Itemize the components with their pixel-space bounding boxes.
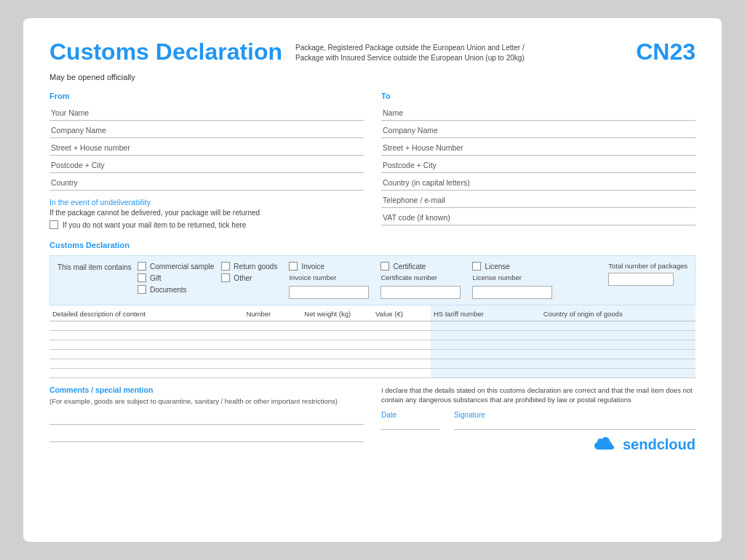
weight-cell-4[interactable] <box>301 350 372 359</box>
table-row <box>49 331 696 340</box>
return-goods-label: Return goods <box>234 263 277 271</box>
customs-section: Customs Declaration This mail item conta… <box>49 241 696 378</box>
other-checkbox-row: Other <box>221 273 277 282</box>
gift-checkbox-row: Gift <box>138 273 214 282</box>
col-description: Detailed description of content <box>49 305 243 321</box>
value-cell-4[interactable] <box>372 350 431 359</box>
num-cell-1[interactable] <box>243 321 301 331</box>
comments-line-1[interactable] <box>49 412 364 425</box>
certificate-number-input[interactable] <box>381 286 461 299</box>
from-company-field[interactable]: Company Name <box>49 122 364 138</box>
table-row <box>49 369 696 378</box>
to-postcode-field[interactable]: Postcode + City <box>381 157 696 173</box>
certificate-label: Certificate <box>393 263 426 271</box>
total-packages-input[interactable] <box>608 273 674 286</box>
comments-subtitle: (For example, goods are subject to quara… <box>49 396 364 406</box>
from-country-field[interactable]: Country <box>49 175 364 191</box>
header-left: Customs Declaration Package, Registered … <box>49 39 636 65</box>
gift-checkbox[interactable] <box>138 273 146 282</box>
sendcloud-brand-name: sendcloud <box>623 436 696 453</box>
weight-cell-1[interactable] <box>301 321 372 331</box>
weight-cell-6[interactable] <box>301 369 372 378</box>
undeliverability-text: If the package cannot be delivered, your… <box>49 209 364 217</box>
commercial-sample-checkbox[interactable] <box>138 262 146 271</box>
from-name-field[interactable]: Your Name <box>49 105 364 121</box>
value-cell-5[interactable] <box>372 359 431 369</box>
other-checkbox[interactable] <box>221 273 230 282</box>
value-cell-3[interactable] <box>372 340 431 350</box>
invoice-number-label: Invoice number <box>289 273 369 281</box>
other-label: Other <box>234 274 252 282</box>
may-be-opened-label: May be opened officially <box>49 73 696 81</box>
comments-line-2[interactable] <box>49 429 364 442</box>
to-street-field[interactable]: Street + House Number <box>381 140 696 156</box>
to-country-field[interactable]: Country (in capital letters) <box>381 175 696 191</box>
invoice-checkbox[interactable] <box>289 262 298 271</box>
commercial-sample-checkbox-row: Commercial sample <box>138 262 214 271</box>
origin-cell-1[interactable] <box>541 321 696 331</box>
num-cell-5[interactable] <box>243 359 301 369</box>
desc-cell-1[interactable] <box>49 321 243 331</box>
value-cell-6[interactable] <box>372 369 431 378</box>
num-cell-6[interactable] <box>243 369 301 378</box>
undeliverability-checkbox-row: If you do not want your mail item to be … <box>49 220 364 229</box>
origin-cell-4[interactable] <box>541 350 696 359</box>
weight-cell-3[interactable] <box>301 340 372 350</box>
date-label: Date <box>381 411 439 419</box>
value-cell-1[interactable] <box>372 321 431 331</box>
return-goods-checkbox-row: Return goods <box>221 262 277 271</box>
desc-cell-4[interactable] <box>49 350 243 359</box>
origin-cell-5[interactable] <box>541 359 696 369</box>
signature-line[interactable] <box>454 429 696 430</box>
hs-cell-2[interactable] <box>431 331 541 340</box>
license-number-input[interactable] <box>472 286 552 299</box>
num-cell-3[interactable] <box>243 340 301 350</box>
documents-checkbox[interactable] <box>138 285 146 294</box>
hs-cell-1[interactable] <box>431 321 541 331</box>
undeliverability-checkbox[interactable] <box>49 220 58 229</box>
to-company-field[interactable]: Company Name <box>381 122 696 138</box>
weight-cell-2[interactable] <box>301 331 372 340</box>
cn-badge: CN23 <box>636 39 696 65</box>
origin-cell-2[interactable] <box>541 331 696 340</box>
hs-cell-6[interactable] <box>431 369 541 378</box>
undeliverability-checkbox-label: If you do not want your mail item to be … <box>63 221 246 229</box>
desc-cell-6[interactable] <box>49 369 243 378</box>
header: Customs Declaration Package, Registered … <box>49 39 696 65</box>
to-telephone-field[interactable]: Telephone / e-mail <box>381 192 696 208</box>
invoice-number-input[interactable] <box>289 286 369 299</box>
desc-cell-2[interactable] <box>49 331 243 340</box>
date-sig-row: Date Signature <box>381 411 696 430</box>
certificate-checkbox[interactable] <box>381 262 389 271</box>
weight-cell-5[interactable] <box>301 359 372 369</box>
from-postcode-field[interactable]: Postcode + City <box>49 157 364 173</box>
invoice-checkbox-row: Invoice <box>289 262 369 271</box>
hs-cell-4[interactable] <box>431 350 541 359</box>
col-weight: Net weight (kg) <box>301 305 372 321</box>
value-cell-2[interactable] <box>372 331 431 340</box>
num-cell-2[interactable] <box>243 331 301 340</box>
declaration-section: I declare that the details stated on thi… <box>381 385 696 455</box>
num-cell-4[interactable] <box>243 350 301 359</box>
return-goods-checkbox[interactable] <box>221 262 230 271</box>
license-checkbox[interactable] <box>472 262 481 271</box>
address-section: From Your Name Company Name Street + Hou… <box>49 92 696 229</box>
hs-cell-3[interactable] <box>431 340 541 350</box>
desc-cell-3[interactable] <box>49 340 243 350</box>
to-vat-field[interactable]: VAT code (if known) <box>381 209 696 225</box>
gift-label: Gift <box>150 274 162 282</box>
undeliverability-title: In the event of undeliverability <box>49 198 364 207</box>
date-line[interactable] <box>381 429 439 430</box>
to-name-field[interactable]: Name <box>381 105 696 121</box>
col-origin: Country of origin of goods <box>541 305 696 321</box>
to-label: To <box>381 92 696 100</box>
from-street-field[interactable]: Street + House number <box>49 140 364 156</box>
sendcloud-logo: sendcloud <box>381 436 696 455</box>
origin-cell-3[interactable] <box>541 340 696 350</box>
desc-cell-5[interactable] <box>49 359 243 369</box>
documents-checkbox-row: Documents <box>138 285 214 294</box>
invoice-label: Invoice <box>301 263 324 271</box>
origin-cell-6[interactable] <box>541 369 696 378</box>
hs-cell-5[interactable] <box>431 359 541 369</box>
table-row <box>49 340 696 350</box>
